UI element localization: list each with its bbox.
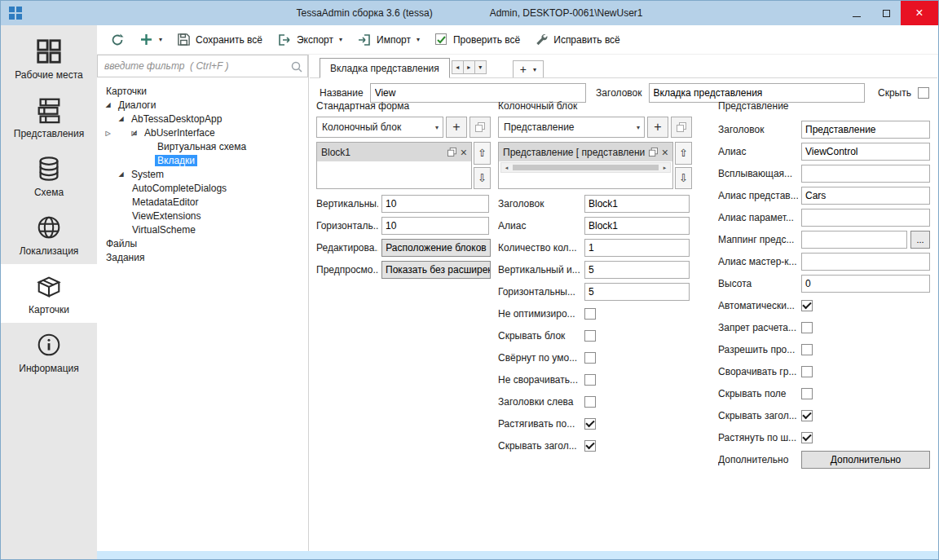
field-checkbox[interactable] [584, 396, 596, 408]
field-checkbox[interactable] [584, 330, 596, 342]
tree-item-label[interactable]: AbTessaDesktopApp [129, 113, 224, 125]
list-item[interactable]: Block1 × [317, 143, 471, 161]
tree-expander-icon[interactable]: ▷ [104, 130, 112, 137]
field-input[interactable] [584, 239, 690, 257]
field-checkbox[interactable] [584, 418, 596, 430]
copy-icon[interactable] [649, 148, 658, 157]
tree-item-label[interactable]: AbUserInterface [142, 127, 218, 139]
tree-item-label[interactable]: Задания [104, 252, 147, 263]
field-checkbox[interactable] [801, 410, 813, 421]
export-button[interactable]: Экспорт ▾ [277, 33, 342, 47]
scroll-right-icon[interactable]: ▸ [659, 163, 670, 172]
ellipsis-button[interactable]: ... [910, 231, 930, 249]
tree-item[interactable]: ▷Задания [97, 250, 308, 264]
duplicate-block-button[interactable] [470, 117, 491, 138]
tree-item-label[interactable]: AutoCompleteDialogs [130, 183, 229, 194]
field-checkbox[interactable] [584, 374, 596, 386]
remove-icon[interactable]: × [461, 147, 467, 158]
control-type-combobox[interactable]: Представление ▾ [498, 117, 645, 138]
save-all-button[interactable]: Сохранить всё [177, 33, 262, 46]
move-up-button[interactable]: ⇧ [474, 142, 491, 165]
sidebar-item-workplaces[interactable]: Рабочие места [1, 29, 97, 88]
field-checkbox[interactable] [801, 432, 813, 443]
field-input[interactable] [381, 195, 489, 213]
field-checkbox[interactable] [584, 308, 596, 320]
refresh-button[interactable] [110, 33, 125, 47]
field-checkbox[interactable] [801, 388, 813, 399]
filter-input[interactable] [98, 55, 307, 77]
controls-listbox[interactable]: Представление [ представление ] × ◂ ▸ [498, 142, 673, 189]
field-checkbox[interactable] [584, 440, 596, 452]
field-checkbox[interactable] [584, 352, 596, 364]
tree-item-label[interactable]: Виртуальная схема [155, 141, 249, 152]
add-control-button[interactable]: + [647, 117, 668, 138]
tree-item[interactable]: Виртуальная схема [97, 139, 308, 153]
minimize-button[interactable] [842, 1, 871, 25]
sidebar-item-views[interactable]: Представления [1, 88, 97, 147]
tree-expander-icon[interactable]: ▷ [130, 130, 139, 137]
field-input[interactable] [584, 217, 690, 235]
tree-item-label[interactable]: Файлы [104, 238, 139, 249]
tree-item-label[interactable]: VirtualScheme [130, 224, 198, 236]
field-input[interactable] [801, 231, 907, 249]
block-type-combobox[interactable]: Колоночный блок ▾ [316, 117, 443, 138]
tree-item-label[interactable]: MetadataEditor [130, 196, 201, 208]
field-input[interactable] [801, 253, 930, 271]
remove-icon[interactable]: × [662, 147, 668, 158]
field-input[interactable] [801, 165, 930, 183]
field-button[interactable]: Показать без расширен [381, 261, 491, 279]
import-button[interactable]: Импорт ▾ [357, 33, 420, 47]
tree-item[interactable]: ▷Файлы [97, 236, 308, 250]
add-block-button[interactable]: + [446, 117, 467, 138]
copy-icon[interactable] [447, 148, 456, 157]
tree-expander-icon[interactable]: ◢ [117, 115, 126, 122]
hide-checkbox[interactable] [918, 87, 929, 99]
tab-next-button[interactable]: ▸ [463, 60, 475, 74]
field-input[interactable] [801, 209, 930, 227]
tree-item[interactable]: ▷ViewExtensions [97, 209, 308, 223]
scroll-left-icon[interactable]: ◂ [501, 163, 512, 172]
tree-item[interactable]: ◢System [97, 167, 308, 181]
list-hscrollbar[interactable]: ◂ ▸ [500, 162, 671, 173]
tab-active[interactable]: Вкладка представления [320, 58, 450, 78]
field-input[interactable] [801, 121, 930, 139]
field-input[interactable] [584, 261, 690, 279]
blocks-listbox[interactable]: Block1 × [316, 142, 472, 189]
tree-item-label[interactable]: System [129, 169, 166, 180]
field-checkbox[interactable] [801, 322, 813, 333]
move-up-button[interactable]: ⇧ [675, 142, 692, 165]
tree-item[interactable]: ▷AutoCompleteDialogs [97, 181, 308, 195]
tree-item[interactable]: ▷VirtualScheme [97, 223, 308, 236]
duplicate-control-button[interactable] [671, 117, 692, 138]
check-all-button[interactable]: Проверить всё [434, 33, 520, 46]
list-item[interactable]: Представление [ представление ] × [499, 143, 672, 161]
tree-item[interactable]: Вкладки [97, 153, 308, 167]
tree-item[interactable]: ◢AbTessaDesktopApp [97, 112, 308, 126]
tree-item[interactable]: ◢AbUserInterface [97, 126, 308, 139]
sidebar-item-schema[interactable]: Схема [1, 147, 97, 205]
field-input[interactable] [801, 143, 930, 161]
field-input[interactable] [801, 187, 930, 205]
tab-list-button[interactable]: ▾ [474, 60, 487, 74]
add-button[interactable]: ▾ [139, 33, 162, 46]
field-input[interactable] [381, 217, 489, 235]
sidebar-item-localization[interactable]: Локализация [1, 205, 97, 264]
field-checkbox[interactable] [801, 366, 813, 377]
sidebar-item-cards[interactable]: Карточки [1, 264, 97, 323]
tree-expander-icon[interactable]: ◢ [117, 170, 126, 178]
add-tab-button[interactable]: + ▾ [513, 60, 544, 77]
fix-all-button[interactable]: Исправить всё [535, 33, 620, 46]
tree-item[interactable]: ◢Диалоги [97, 98, 308, 112]
field-input[interactable] [584, 283, 690, 301]
field-button[interactable]: Дополнительно [801, 451, 930, 469]
tree-expander-icon[interactable]: ◢ [104, 101, 112, 108]
field-checkbox[interactable] [801, 344, 813, 355]
tab-prev-button[interactable]: ◂ [452, 60, 464, 74]
sidebar-item-information[interactable]: Информация [1, 323, 97, 381]
move-down-button[interactable]: ⇩ [474, 167, 491, 190]
field-button[interactable]: Расположение блоков [381, 239, 491, 257]
tree-item[interactable]: ▷MetadataEditor [97, 195, 308, 209]
field-checkbox[interactable] [801, 300, 813, 311]
tree-item-label[interactable]: Вкладки [155, 155, 197, 166]
tree-item[interactable]: ▷Карточки [97, 84, 308, 98]
